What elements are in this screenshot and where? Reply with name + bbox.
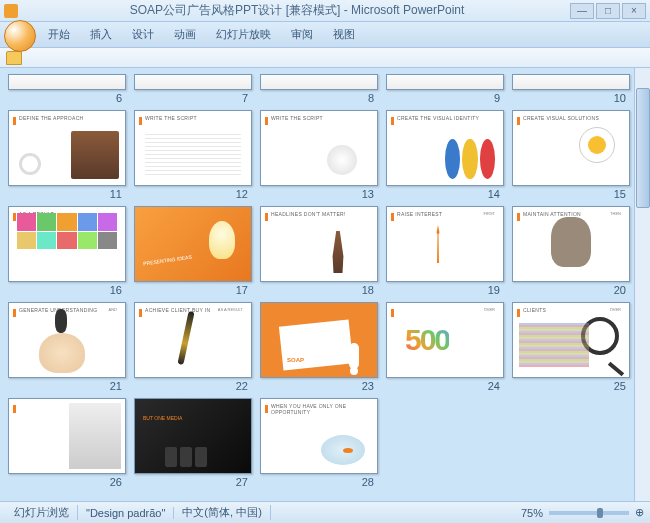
- slide-thumbnail[interactable]: 8: [258, 74, 380, 104]
- slide-thumbnail[interactable]: WHEN YOU HAVE ONLY ONE OPPORTUNITY28: [258, 398, 380, 488]
- slide-thumbnail[interactable]: 6: [6, 74, 128, 104]
- slide-thumbnail[interactable]: AS A RESULT16: [6, 206, 128, 296]
- slide-sorter-view[interactable]: 678910DEFINE THE APPROACH11WRITE THE SCR…: [0, 68, 650, 501]
- slide-number: 25: [512, 380, 630, 392]
- slide-number: 16: [8, 284, 126, 296]
- slide-thumbnail[interactable]: HEADLINES DON'T MATTER!18: [258, 206, 380, 296]
- scrollbar-thumb[interactable]: [636, 88, 650, 208]
- slide-thumbnail[interactable]: OVERCLIENTS25: [510, 302, 632, 392]
- slide-thumbnail[interactable]: ANDGENERATE UNDERSTANDING21: [6, 302, 128, 392]
- slide-number: 21: [8, 380, 126, 392]
- slide-thumbnail[interactable]: 7: [132, 74, 254, 104]
- view-mode-label: 幻灯片浏览: [6, 505, 78, 520]
- slide-thumbnail[interactable]: FIRSTRAISE INTEREST19: [384, 206, 506, 296]
- slide-number: 24: [386, 380, 504, 392]
- close-button[interactable]: ×: [622, 3, 646, 19]
- slide-number: 9: [386, 92, 504, 104]
- vertical-scrollbar[interactable]: [634, 68, 650, 501]
- maximize-button[interactable]: □: [596, 3, 620, 19]
- slide-number: 11: [8, 188, 126, 200]
- slide-number: 12: [134, 188, 252, 200]
- slide-number: 23: [260, 380, 378, 392]
- slide-thumbnail[interactable]: 9: [384, 74, 506, 104]
- slide-thumbnail[interactable]: WRITE THE SCRIPT12: [132, 110, 254, 200]
- slide-thumbnail[interactable]: SOAP23: [258, 302, 380, 392]
- zoom-slider[interactable]: [549, 511, 629, 515]
- zoom-label: 75%: [521, 507, 543, 519]
- slide-thumbnail[interactable]: 26: [6, 398, 128, 488]
- titlebar: SOAP公司广告风格PPT设计 [兼容模式] - Microsoft Power…: [0, 0, 650, 22]
- slide-number: 6: [8, 92, 126, 104]
- tab-design[interactable]: 设计: [122, 23, 164, 46]
- slide-number: 17: [134, 284, 252, 296]
- template-label: "Design padrão": [78, 507, 174, 519]
- slide-number: 14: [386, 188, 504, 200]
- slide-thumbnail[interactable]: BUT ONE MEDIA27: [132, 398, 254, 488]
- window-controls: — □ ×: [570, 3, 646, 19]
- slide-number: 27: [134, 476, 252, 488]
- slide-thumbnail[interactable]: CREATE THE VISUAL IDENTITY14: [384, 110, 506, 200]
- slide-thumbnail[interactable]: AS A RESULTACHIEVE CLIENT BUY IN22: [132, 302, 254, 392]
- folder-icon[interactable]: [6, 51, 22, 65]
- slide-thumbnail[interactable]: PRESENTING IDEAS17: [132, 206, 254, 296]
- ribbon-tabs: 开始 插入 设计 动画 幻灯片放映 审阅 视图: [0, 22, 650, 48]
- tab-view[interactable]: 视图: [323, 23, 365, 46]
- slide-number: 10: [512, 92, 630, 104]
- slide-number: 20: [512, 284, 630, 296]
- slide-number: 13: [260, 188, 378, 200]
- slide-thumbnail[interactable]: CREATE VISUAL SOLUTIONS15: [510, 110, 632, 200]
- slide-thumbnail[interactable]: WRITE THE SCRIPT13: [258, 110, 380, 200]
- slide-number: 18: [260, 284, 378, 296]
- slide-number: 28: [260, 476, 378, 488]
- statusbar: 幻灯片浏览 "Design padrão" 中文(简体, 中国) 75% ⊕: [0, 501, 650, 523]
- tab-insert[interactable]: 插入: [80, 23, 122, 46]
- ime-label: 中文(简体, 中国): [174, 505, 270, 520]
- office-button[interactable]: [4, 20, 36, 52]
- window-title: SOAP公司广告风格PPT设计 [兼容模式] - Microsoft Power…: [24, 2, 570, 19]
- slide-number: 19: [386, 284, 504, 296]
- slide-number: 22: [134, 380, 252, 392]
- zoom-handle[interactable]: [597, 508, 603, 518]
- tab-home[interactable]: 开始: [38, 23, 80, 46]
- slide-number: 15: [512, 188, 630, 200]
- tab-review[interactable]: 审阅: [281, 23, 323, 46]
- tab-slideshow[interactable]: 幻灯片放映: [206, 23, 281, 46]
- slide-number: 8: [260, 92, 378, 104]
- slide-thumbnail[interactable]: DEFINE THE APPROACH11: [6, 110, 128, 200]
- slide-thumbnail[interactable]: OVER50024: [384, 302, 506, 392]
- slide-thumbnail[interactable]: THENMAINTAIN ATTENTION20: [510, 206, 632, 296]
- quick-toolbar: [0, 48, 650, 68]
- fit-button[interactable]: ⊕: [635, 506, 644, 519]
- tab-animation[interactable]: 动画: [164, 23, 206, 46]
- app-icon: [4, 4, 18, 18]
- slide-thumbnail[interactable]: 10: [510, 74, 632, 104]
- slide-number: 26: [8, 476, 126, 488]
- minimize-button[interactable]: —: [570, 3, 594, 19]
- slide-number: 7: [134, 92, 252, 104]
